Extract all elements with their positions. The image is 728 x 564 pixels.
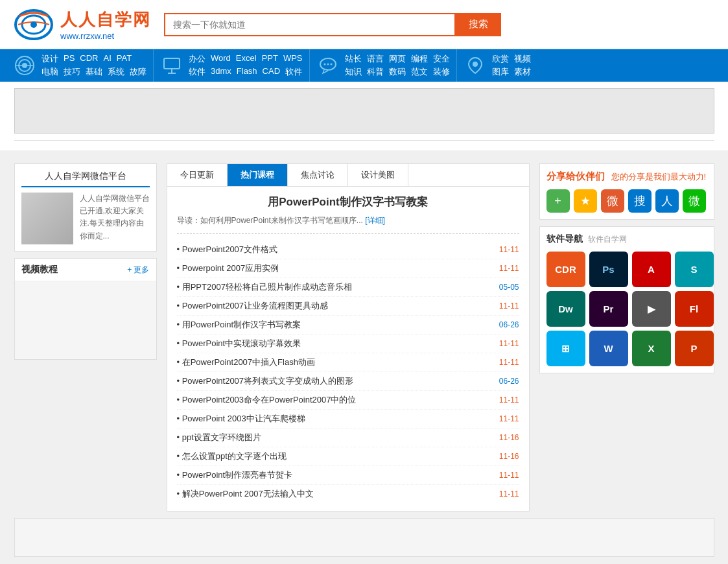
logo-subtitle: www.rrzxw.net: [60, 31, 151, 41]
nav-item-ai[interactable]: AI: [104, 53, 112, 65]
tab-bar: 今日更新热门课程焦点讨论设计美图: [167, 164, 529, 187]
search-button[interactable]: 搜索: [456, 13, 501, 36]
software-header: 软件导航 软件自学网: [546, 233, 707, 245]
video-section: 视频教程 + 更多: [14, 258, 157, 360]
logo-icon: [13, 6, 55, 42]
software-item-sogouinput[interactable]: S: [675, 252, 714, 287]
software-item-photoshop[interactable]: Ps: [589, 252, 628, 287]
logo-text: 人人自学网 www.rrzxw.net: [60, 8, 151, 41]
nav-section-office: 办公 Word Excel PPT WPS 软件 3dmx Flash CAD …: [154, 49, 310, 82]
nav-item-video[interactable]: 视频: [514, 53, 531, 65]
article-link-8[interactable]: PowerPoint2003命令在PowerPoint2007中的位: [177, 394, 357, 406]
nav-item-programming[interactable]: 编程: [411, 53, 428, 65]
svg-point-12: [327, 64, 329, 65]
article-link-9[interactable]: PowerPoint 2003中让汽车爬楼梯: [177, 413, 305, 425]
video-placeholder: [15, 281, 156, 359]
software-item-coreldraw[interactable]: CDR: [546, 252, 585, 287]
nav-item-webmaster[interactable]: 站长: [345, 53, 362, 65]
article-intro: 导读：如何利用PowerPoint来制作汉字书写笔画顺序... [详细]: [177, 215, 519, 227]
nav-item-word[interactable]: Word: [211, 53, 231, 65]
nav-item-fault[interactable]: 故障: [130, 66, 147, 78]
article-detail-link[interactable]: [详细]: [365, 216, 385, 225]
nav-item-ppt[interactable]: PPT: [262, 53, 278, 65]
share-title: 分享给伙伴们: [546, 170, 605, 183]
article-item-6: 在PowerPoint2007中插入Flash动画 11-11: [177, 353, 519, 372]
article-item-7: PowerPoint2007将列表式文字变成动人的图形 06-26: [177, 372, 519, 391]
nav-item-article[interactable]: 范文: [411, 66, 428, 78]
article-link-3[interactable]: PowerPoint2007让业务流程图更具动感: [177, 300, 329, 312]
nav-item-language[interactable]: 语言: [367, 53, 384, 65]
svg-point-13: [330, 64, 332, 65]
nav-item-excel[interactable]: Excel: [236, 53, 257, 65]
video-more-link[interactable]: + 更多: [127, 264, 149, 276]
software-item-autocad[interactable]: A: [632, 252, 671, 287]
nav-item-system[interactable]: 系统: [108, 66, 124, 78]
nav-item-decor[interactable]: 装修: [433, 66, 450, 78]
nav-item-material[interactable]: 素材: [514, 66, 531, 78]
nav-item-computer[interactable]: 电脑: [41, 66, 58, 78]
software-item-dreamweaver[interactable]: Dw: [546, 291, 585, 327]
nav-section-design: 设计 PS CDR AI PAT 电脑 技巧 基础 系统 故障: [6, 49, 154, 82]
article-item-4: 用PowerPoint制作汉字书写教案 06-26: [177, 316, 519, 335]
nav-item-popular[interactable]: 科普: [367, 66, 384, 78]
nav-item-gallery[interactable]: 图库: [492, 66, 509, 78]
article-link-1[interactable]: Powerpoint 2007应用实例: [177, 263, 279, 274]
wechat-qr-image: [21, 193, 73, 244]
article-link-4[interactable]: 用PowerPoint制作汉字书写教案: [177, 319, 301, 331]
article-date-9: 11-11: [499, 414, 519, 423]
article-link-10[interactable]: ppt设置文字环绕图片: [177, 432, 261, 443]
article-title: 用PowerPoint制作汉字书写教案: [177, 194, 519, 209]
nav-item-software2[interactable]: 软件: [285, 66, 302, 78]
article-link-2[interactable]: 用PPT2007轻松将自己照片制作成动态音乐相: [177, 281, 352, 293]
nav-item-digital[interactable]: 数码: [389, 66, 406, 78]
article-link-0[interactable]: PowerPoint2007文件格式: [177, 244, 278, 255]
software-item-powerpoint[interactable]: P: [675, 331, 714, 366]
article-link-11[interactable]: 怎么设置ppt的文字逐个出现: [177, 451, 287, 462]
software-item-excel[interactable]: X: [632, 331, 671, 366]
nav-item-basics[interactable]: 基础: [86, 66, 102, 78]
software-item-word[interactable]: W: [589, 331, 628, 366]
tab-2[interactable]: 焦点讨论: [288, 164, 348, 186]
nav-item-pat[interactable]: PAT: [117, 53, 132, 65]
article-link-12[interactable]: PowerPoint制作漂亮春节贺卡: [177, 469, 293, 481]
article-date-10: 11-16: [499, 433, 519, 442]
software-item-videocamera[interactable]: ▶: [632, 291, 671, 327]
nav-item-3dmx[interactable]: 3dmx: [211, 66, 231, 78]
renren-share-button[interactable]: 人: [655, 189, 679, 213]
nav-item-software[interactable]: 软件: [189, 66, 205, 78]
nav-item-webpage[interactable]: 网页: [389, 53, 406, 65]
nav-item-cdr[interactable]: CDR: [80, 53, 98, 65]
article-item-12: PowerPoint制作漂亮春节贺卡 11-11: [177, 466, 519, 485]
tab-0[interactable]: 今日更新: [167, 164, 228, 186]
search-input[interactable]: [164, 13, 456, 36]
add-share-button[interactable]: +: [546, 189, 570, 213]
weibo-share-button[interactable]: 微: [601, 189, 624, 213]
tab-1[interactable]: 热门课程: [228, 164, 288, 186]
nav-section-knowledge: 站长 语言 网页 编程 安全 知识 科普 数码 范文 装修: [310, 49, 457, 82]
article-link-6[interactable]: 在PowerPoint2007中插入Flash动画: [177, 357, 315, 368]
nav-item-skills[interactable]: 技巧: [64, 66, 80, 78]
wechat-share-button[interactable]: 微: [683, 189, 706, 213]
software-item-windows[interactable]: ⊞: [546, 331, 585, 366]
article-link-7[interactable]: PowerPoint2007将列表式文字变成动人的图形: [177, 375, 354, 387]
nav-item-flash[interactable]: Flash: [237, 66, 257, 78]
favorite-share-button[interactable]: ★: [574, 189, 597, 213]
software-item-premiere[interactable]: Pr: [589, 291, 628, 327]
article-list: PowerPoint2007文件格式 11-11Powerpoint 2007应…: [177, 241, 519, 503]
software-item-flash[interactable]: Fl: [675, 291, 714, 327]
article-link-13[interactable]: 解决PowerPoint 2007无法输入中文: [177, 488, 314, 500]
article-date-7: 06-26: [499, 377, 519, 386]
search-share-button[interactable]: 搜: [628, 189, 652, 213]
nav-item-cad[interactable]: CAD: [263, 66, 280, 78]
nav-item-wps[interactable]: WPS: [283, 53, 303, 65]
logo-area: 人人自学网 www.rrzxw.net: [13, 6, 151, 42]
nav-item-ps[interactable]: PS: [64, 53, 75, 65]
nav-item-appreciation[interactable]: 欣赏: [492, 53, 509, 65]
tab-3[interactable]: 设计美图: [348, 164, 408, 186]
nav-item-office[interactable]: 办公: [189, 53, 205, 65]
article-date-12: 11-11: [499, 471, 519, 480]
article-link-5[interactable]: PowerPoint中实现滚动字幕效果: [177, 338, 301, 349]
nav-item-design[interactable]: 设计: [41, 53, 58, 65]
nav-item-security[interactable]: 安全: [433, 53, 450, 65]
nav-item-knowledge[interactable]: 知识: [345, 66, 362, 78]
